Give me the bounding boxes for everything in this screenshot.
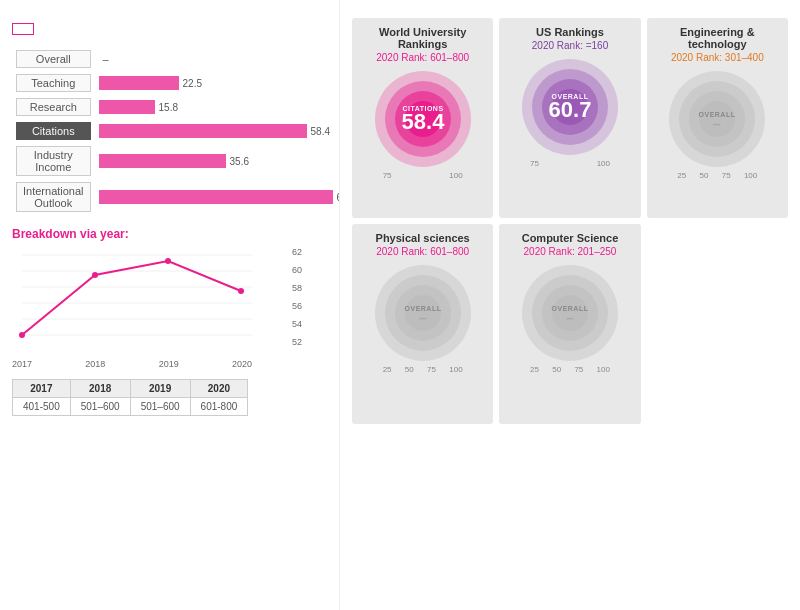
chart-title: Breakdown via year: [12,227,327,241]
tick-labels: 255075100 [653,171,782,180]
svg-point-6 [19,332,25,338]
svg-point-8 [165,258,171,264]
gauge-svg: OVERALL60.7 [520,57,620,157]
ranking-card-0[interactable]: World University Rankings2020 Rank: 601–… [352,18,493,218]
card-rank: 2020 Rank: 201–250 [524,246,617,257]
ranking-card-4[interactable]: Computer Science2020 Rank: 201–250OVERAL… [499,224,640,424]
svg-point-9 [238,288,244,294]
gauge-svg: OVERALL– [373,263,473,363]
chart-svg [12,247,282,347]
gauge-svg: OVERALL– [520,263,620,363]
ranking-card-3[interactable]: Physical sciences2020 Rank: 601–800OVERA… [352,224,493,424]
tick-labels: 255075100 [505,365,634,374]
rankings-grid: World University Rankings2020 Rank: 601–… [352,18,788,424]
card-rank: 2020 Rank: =160 [532,40,608,51]
tick-labels: 75100 [358,171,487,180]
ranking-card-2[interactable]: Engineering & technology2020 Rank: 301–4… [647,18,788,218]
gauge-svg: CITATIONS58.4 [373,69,473,169]
card-rank: 2020 Rank: 601–800 [376,246,469,257]
svg-text:–: – [419,310,427,326]
x-axis-labels: 2017 2018 2019 2020 [12,359,252,369]
svg-point-7 [92,272,98,278]
chart-wrapper: 62 60 58 56 54 52 [12,247,302,357]
ranking-card-1[interactable]: US Rankings2020 Rank: =160OVERALL60.7751… [499,18,640,218]
svg-text:–: – [713,116,721,132]
chart-title-text: Breakdown via year: [12,227,129,241]
view-full-ranking-button[interactable] [12,23,34,35]
card-name: Computer Science [522,232,619,244]
metrics-table: Overall–Teaching22.5Research15.8Citation… [12,47,340,215]
card-rank: 2020 Rank: 301–400 [671,52,764,63]
y-axis: 62 60 58 56 54 52 [280,247,302,347]
card-name: US Rankings [536,26,604,38]
tick-labels: 75100 [505,159,634,168]
card-name: World University Rankings [358,26,487,50]
card-rank: 2020 Rank: 601–800 [376,52,469,63]
tick-labels: 255075100 [358,365,487,374]
position-table: 2017 2018 2019 2020 401-500 501–600 501–… [12,379,248,416]
card-name: Physical sciences [376,232,470,244]
svg-text:58.4: 58.4 [401,109,445,134]
card-name: Engineering & technology [653,26,782,50]
svg-text:60.7: 60.7 [549,97,592,122]
svg-text:–: – [566,310,574,326]
gauge-svg: OVERALL– [667,69,767,169]
